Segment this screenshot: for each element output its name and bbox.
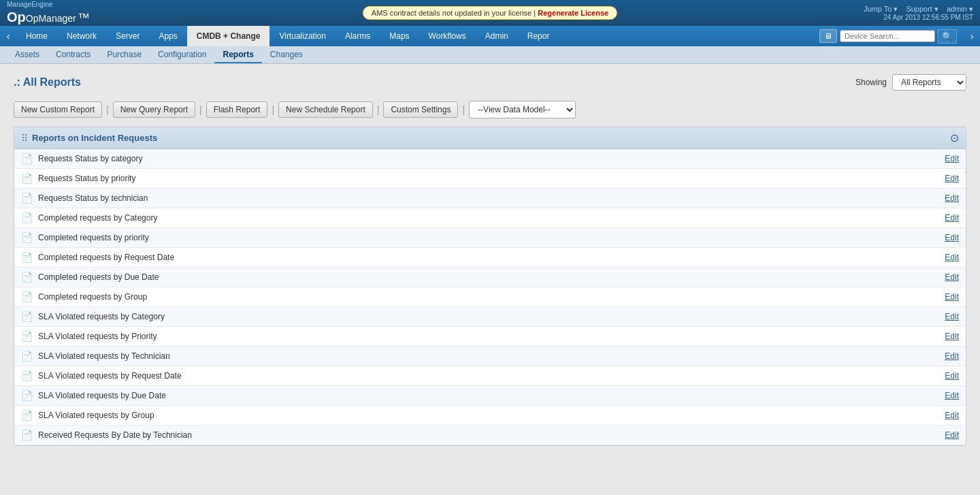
search-input[interactable]	[840, 30, 935, 42]
report-edit-link[interactable]: Edit	[945, 253, 959, 262]
top-bar: ManageEngine OpOpManager ™ AMS contract …	[0, 0, 980, 26]
table-row: 📄Completed requests by GroupEdit	[14, 287, 966, 307]
report-edit-link[interactable]: Edit	[945, 371, 959, 381]
report-row-left: 📄Requests Status by priority	[21, 173, 135, 184]
report-row-left: 📄SLA Violated requests by Group	[21, 410, 154, 421]
top-right-links: Jump To ▾ Support ▾ admin ▾	[864, 5, 973, 14]
report-edit-link[interactable]: Edit	[945, 391, 959, 400]
report-name: Received Requests By Date by Technician	[38, 430, 192, 440]
report-row-left: 📄SLA Violated requests by Technician	[21, 351, 170, 362]
new-query-report-button[interactable]: New Query Report	[113, 101, 195, 118]
nav-item-maps[interactable]: Maps	[380, 26, 419, 46]
report-name: SLA Violated requests by Technician	[38, 351, 170, 361]
report-edit-link[interactable]: Edit	[945, 213, 959, 223]
nav-item-cmdbchange[interactable]: CMDB + Change	[187, 26, 270, 46]
report-name: Requests Status by technician	[38, 193, 148, 203]
regenerate-license-link[interactable]: Regenerate License	[538, 9, 608, 17]
op-label: Op	[7, 9, 26, 25]
main-content: All Reports Showing All Reports New Cust…	[0, 64, 980, 456]
nav-items: HomeNetworkServerAppsCMDB + ChangeVirtua…	[16, 26, 559, 46]
report-file-icon: 📄	[21, 370, 33, 381]
report-row-left: 📄SLA Violated requests by Priority	[21, 331, 157, 342]
nav-item-network[interactable]: Network	[57, 26, 106, 46]
page-title: All Reports	[14, 76, 81, 89]
nav-item-alarms[interactable]: Alarms	[336, 26, 380, 46]
showing-select[interactable]: All Reports	[892, 74, 966, 91]
report-edit-link[interactable]: Edit	[945, 233, 959, 242]
table-row: 📄Requests Status by technicianEdit	[14, 189, 966, 208]
table-row: 📄SLA Violated requests by Due DateEdit	[14, 386, 966, 406]
report-name: SLA Violated requests by Group	[38, 411, 154, 420]
sub-nav-item-purchase[interactable]: Purchase	[99, 47, 150, 63]
nav-item-admin[interactable]: Admin	[476, 26, 518, 46]
report-name: Requests Status by priority	[38, 174, 135, 183]
report-file-icon: 📄	[21, 311, 33, 322]
report-edit-link[interactable]: Edit	[945, 332, 959, 341]
search-go-button[interactable]: 🔍	[938, 29, 957, 44]
support-link[interactable]: Support ▾	[906, 5, 938, 14]
view-data-model-select[interactable]: --View Data Model--	[469, 101, 576, 118]
table-row: 📄Requests Status by categoryEdit	[14, 149, 966, 169]
search-icon-button[interactable]: 🖥	[819, 29, 837, 43]
sub-nav-item-contracts[interactable]: Contracts	[48, 47, 99, 63]
manage-engine-label: ManageEngine	[7, 1, 90, 9]
new-custom-report-button[interactable]: New Custom Report	[14, 101, 102, 118]
report-edit-link[interactable]: Edit	[945, 174, 959, 183]
report-edit-link[interactable]: Edit	[945, 411, 959, 420]
nav-item-home[interactable]: Home	[16, 26, 57, 46]
report-edit-link[interactable]: Edit	[945, 272, 959, 282]
nav-item-server[interactable]: Server	[106, 26, 149, 46]
report-row-left: 📄Completed requests by Request Date	[21, 252, 174, 263]
report-edit-link[interactable]: Edit	[945, 193, 959, 203]
sub-nav: AssetsContractsPurchaseConfigurationRepo…	[0, 46, 980, 64]
report-file-icon: 📄	[21, 390, 33, 401]
table-row: 📄SLA Violated requests by CategoryEdit	[14, 307, 966, 327]
report-row-left: 📄Completed requests by Group	[21, 291, 147, 302]
report-edit-link[interactable]: Edit	[945, 154, 959, 163]
admin-link[interactable]: admin ▾	[947, 5, 973, 14]
drag-icon[interactable]: ⠿	[21, 133, 28, 144]
flash-report-button[interactable]: Flash Report	[206, 101, 268, 118]
nav-right-arrow[interactable]: ›	[964, 26, 980, 46]
table-row: 📄Completed requests by Due DateEdit	[14, 268, 966, 287]
report-edit-link[interactable]: Edit	[945, 292, 959, 302]
report-file-icon: 📄	[21, 291, 33, 302]
sub-nav-item-assets[interactable]: Assets	[7, 47, 48, 63]
sub-nav-item-configuration[interactable]: Configuration	[150, 47, 214, 63]
new-schedule-report-button[interactable]: New Schedule Report	[278, 101, 373, 118]
report-name: Completed requests by Request Date	[38, 253, 174, 262]
sub-nav-item-reports[interactable]: Reports	[214, 47, 261, 63]
report-name: SLA Violated requests by Request Date	[38, 371, 182, 381]
report-name: SLA Violated requests by Due Date	[38, 391, 166, 400]
nav-search-area: 🖥 🔍	[819, 26, 964, 46]
report-file-icon: 📄	[21, 272, 33, 283]
report-edit-link[interactable]: Edit	[945, 430, 959, 440]
nav-left-arrow[interactable]: ‹	[0, 26, 16, 46]
nav-item-workflows[interactable]: Workflows	[419, 26, 476, 46]
report-file-icon: 📄	[21, 430, 33, 441]
report-edit-link[interactable]: Edit	[945, 312, 959, 321]
table-row: 📄SLA Violated requests by PriorityEdit	[14, 327, 966, 347]
report-rows: 📄Requests Status by categoryEdit📄Request…	[14, 149, 966, 445]
report-file-icon: 📄	[21, 351, 33, 362]
report-row-left: 📄Received Requests By Date by Technician	[21, 430, 192, 441]
report-file-icon: 📄	[21, 193, 33, 204]
section-header-left: ⠿ Reports on Incident Requests	[21, 133, 157, 144]
report-name: Requests Status by category	[38, 154, 142, 163]
expand-icon[interactable]: ⊙	[950, 131, 959, 144]
sub-nav-items: AssetsContractsPurchaseConfigurationRepo…	[7, 47, 311, 63]
report-row-left: 📄SLA Violated requests by Request Date	[21, 370, 182, 381]
nav-item-apps[interactable]: Apps	[149, 26, 186, 46]
jump-to-link[interactable]: Jump To ▾	[864, 5, 898, 14]
report-row-left: 📄SLA Violated requests by Due Date	[21, 390, 166, 401]
report-row-left: 📄SLA Violated requests by Category	[21, 311, 165, 322]
nav-item-repor[interactable]: Repor	[518, 26, 559, 46]
sub-nav-item-changes[interactable]: Changes	[262, 47, 311, 63]
report-name: Completed requests by priority	[38, 233, 149, 242]
report-name: SLA Violated requests by Category	[38, 312, 165, 321]
nav-item-virtualization[interactable]: Virtualization	[270, 26, 335, 46]
report-edit-link[interactable]: Edit	[945, 351, 959, 361]
custom-settings-button[interactable]: Custom Settings	[383, 101, 458, 118]
report-file-icon: 📄	[21, 410, 33, 421]
report-file-icon: 📄	[21, 252, 33, 263]
